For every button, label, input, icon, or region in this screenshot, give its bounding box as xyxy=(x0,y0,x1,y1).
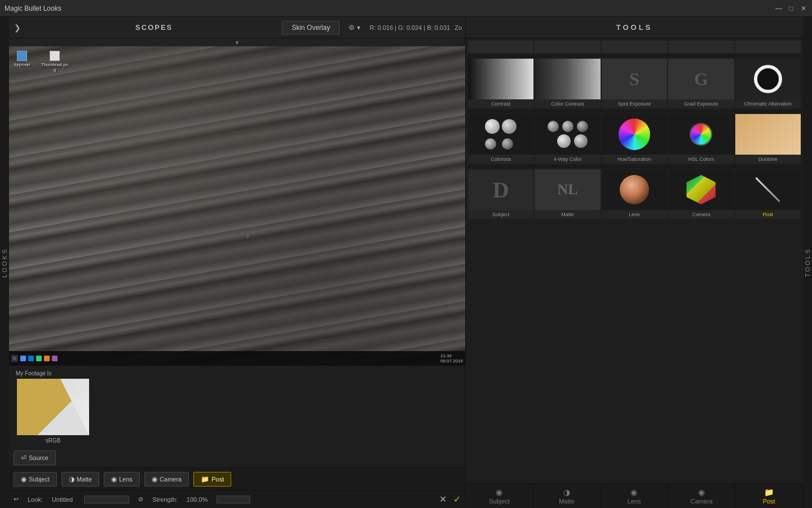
fw-dot-3 xyxy=(577,121,588,132)
tab-post[interactable]: 📁 Post xyxy=(735,484,803,508)
pipeline-matte-icon: ◑ xyxy=(69,475,74,483)
desktop-icon-1[interactable]: Хертнат xyxy=(14,51,30,67)
tool-grad-exposure-label: Grad Exposure xyxy=(684,99,718,108)
tool-item-partial-5[interactable] xyxy=(735,41,801,53)
look-slider[interactable] xyxy=(84,496,129,503)
footage-row: My Footage Is sRGB xyxy=(9,366,465,448)
tool-subject[interactable]: D Subject xyxy=(468,169,533,219)
tool-grad-exposure[interactable]: G Grad Exposure xyxy=(668,59,734,108)
tab-post-label: Post xyxy=(763,498,775,505)
pipeline-camera-icon: ◉ xyxy=(152,475,157,483)
fw-dot-1 xyxy=(548,121,559,132)
taskbar-icon-4 xyxy=(44,356,50,361)
pipeline-matte-button[interactable]: ◑ Matte xyxy=(61,472,100,487)
tool-post[interactable]: Post xyxy=(735,169,801,219)
tool-hue-sat[interactable]: Hue/Saturation xyxy=(602,114,667,164)
source-btn-row: ⏎ Source xyxy=(9,448,465,467)
tab-camera-icon: ◉ xyxy=(698,488,705,497)
maximize-button[interactable]: □ xyxy=(787,5,795,12)
tool-thumb-partial-3 xyxy=(602,41,667,53)
footage-thumbnail[interactable] xyxy=(17,379,89,435)
main-layout: LOOKS ❯ SCOPES Skin Overlay ⚙ ▾ R: 0.016… xyxy=(0,17,812,508)
chevron-down-icon: ▼ xyxy=(235,40,240,46)
tool-duotone[interactable]: Duotone xyxy=(735,114,801,164)
post-line xyxy=(756,177,781,203)
tool-thumb-partial-1 xyxy=(468,41,533,53)
contrast-gradient xyxy=(468,59,533,99)
tools-row-3: D Subject NL Matte Lens xyxy=(468,169,801,219)
pipeline-camera-button[interactable]: ◉ Camera xyxy=(144,472,189,487)
preview-area: Хертнат Thumbnail.png ⊞ xyxy=(9,46,465,366)
tool-item-partial-2[interactable] xyxy=(535,41,600,53)
cancel-button[interactable]: ✕ xyxy=(439,494,447,505)
pipeline-subject-button[interactable]: ◉ Subject xyxy=(14,472,57,487)
skin-overlay-tab[interactable]: Skin Overlay xyxy=(282,21,339,34)
tab-camera[interactable]: ◉ Camera xyxy=(668,484,736,508)
tab-lens[interactable]: ◉ Lens xyxy=(601,484,668,508)
desktop-icon-2[interactable]: Thumbnail.png xyxy=(41,51,69,72)
tool-hsl-thumb xyxy=(668,114,734,155)
tool-spot-exposure-thumb: S xyxy=(602,59,667,99)
tools-separator-2 xyxy=(468,110,801,113)
tab-matte[interactable]: ◑ Matte xyxy=(533,484,601,508)
tool-4way[interactable]: 4-Way Color xyxy=(535,114,600,164)
tool-lens-thumb xyxy=(602,169,667,210)
footage-name: sRGB xyxy=(46,437,61,444)
tool-hsl-label: HSL Colors xyxy=(689,155,714,164)
subject-label-d: D xyxy=(468,169,533,210)
minimize-button[interactable]: — xyxy=(775,5,783,12)
tab-subject[interactable]: ◉ Subject xyxy=(466,484,533,508)
undo-icon[interactable]: ↩ xyxy=(14,496,19,503)
tool-matte[interactable]: NL Matte xyxy=(535,169,600,219)
taskbar-icon-5 xyxy=(52,356,58,361)
source-icon: ⏎ xyxy=(21,454,27,462)
close-button[interactable]: ✕ xyxy=(800,5,807,12)
tool-spot-exposure[interactable]: S Spot Exposure xyxy=(602,59,667,108)
scopes-expand-button[interactable]: ❯ xyxy=(9,17,26,38)
right-panel: TOOLS xyxy=(466,17,803,508)
tool-camera[interactable]: Camera xyxy=(668,169,734,219)
titlebar: Magic Bullet Looks — □ ✕ xyxy=(0,0,812,17)
taskbar-icon-1 xyxy=(20,356,26,361)
climber-silhouette xyxy=(246,234,249,238)
app-title: Magic Bullet Looks xyxy=(5,5,61,12)
tool-colorista[interactable]: Colorista xyxy=(468,114,533,164)
tool-color-contrast[interactable]: Color Contrast xyxy=(535,59,600,108)
tool-chromatic[interactable]: Chromatic Aberration xyxy=(735,59,801,108)
tools-separator-1 xyxy=(468,54,801,58)
camera-container xyxy=(668,169,734,210)
tool-lens[interactable]: Lens xyxy=(602,169,667,219)
tool-item-partial-1[interactable] xyxy=(468,41,533,53)
tool-item-partial-3[interactable] xyxy=(602,41,667,53)
colorista-dot-tl xyxy=(485,119,500,134)
taskbar-start-icon: ⊞ xyxy=(11,355,18,362)
lens-container xyxy=(602,169,667,210)
tool-post-thumb xyxy=(735,169,801,210)
tab-matte-icon: ◑ xyxy=(563,488,570,497)
colorista-dot-tr xyxy=(502,119,517,134)
tool-contrast[interactable]: Contrast xyxy=(468,59,533,108)
source-button[interactable]: ⏎ Source xyxy=(14,450,56,465)
tab-lens-icon: ◉ xyxy=(630,488,637,497)
scope-settings-dropdown[interactable]: ⚙ ▾ xyxy=(344,24,365,32)
tool-camera-label: Camera xyxy=(692,210,710,219)
fw-dot-5 xyxy=(574,134,588,148)
tool-hsl[interactable]: HSL Colors xyxy=(668,114,734,164)
hsl-container xyxy=(668,114,734,155)
strength-slider[interactable] xyxy=(217,496,250,503)
pipeline-lens-label: Lens xyxy=(119,476,133,483)
hue-sat-wheel xyxy=(619,119,650,150)
tools-separator-3 xyxy=(468,165,801,168)
preview-taskbar: ⊞ 21:39 09.07.2016 xyxy=(9,351,465,366)
fw-dot-4 xyxy=(557,134,571,148)
fourway-container xyxy=(535,114,600,155)
confirm-button[interactable]: ✓ xyxy=(453,494,461,505)
strength-label: Strength: xyxy=(152,496,178,503)
tools-row-2: Colorista xyxy=(468,114,801,164)
tool-contrast-thumb xyxy=(468,59,533,99)
pipeline-lens-button[interactable]: ◉ Lens xyxy=(104,472,140,487)
window-controls[interactable]: — □ ✕ xyxy=(775,5,807,12)
pipeline-post-button[interactable]: 📁 Post xyxy=(193,472,231,487)
tool-4way-thumb xyxy=(535,114,600,155)
tool-item-partial-4[interactable] xyxy=(668,41,734,53)
